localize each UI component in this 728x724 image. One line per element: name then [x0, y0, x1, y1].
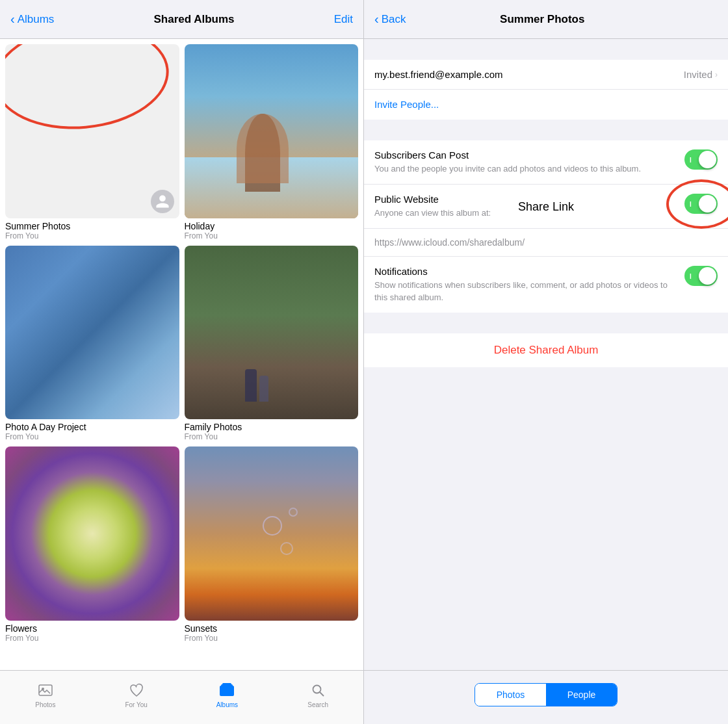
invite-people-button[interactable]: Invite People... [374, 99, 439, 110]
tab-search[interactable]: Search [272, 682, 363, 708]
avatar [151, 190, 174, 213]
subscribers-can-post-desc: You and the people you invite can add ph… [374, 163, 679, 175]
public-website-toggle-wrapper: I [684, 194, 718, 214]
album-name-sunsets: Sunsets [185, 623, 359, 634]
settings-section-gap [364, 120, 728, 140]
album-name-flowers: Flowers [5, 623, 179, 634]
album-thumb-flowers [5, 446, 179, 621]
album-label-holiday: Holiday From You [185, 221, 359, 240]
right-panel: ‹ Back Summer Photos my.best.friend@exam… [364, 0, 728, 724]
people-segment-button[interactable]: People [546, 684, 617, 706]
right-content: my.best.friend@example.com Invited › Inv… [364, 39, 728, 670]
album-sub-flowers: From You [5, 634, 179, 643]
notifications-row: Notifications Show notifications when su… [364, 257, 728, 312]
red-circle-annotation [5, 44, 173, 136]
search-tab-icon [309, 682, 326, 699]
search-tab-label: Search [307, 701, 328, 708]
chevron-left-icon: ‹ [374, 12, 379, 27]
notifications-label: Notifications [374, 266, 679, 277]
album-item-photoaday[interactable]: Photo A Day Project From You [5, 246, 179, 442]
album-sub-holiday: From You [185, 231, 359, 240]
album-label-flowers: Flowers From You [5, 623, 179, 643]
public-website-row: Public Website Anyone can view this albu… [364, 185, 728, 229]
album-item-flowers[interactable]: Flowers From You [5, 446, 179, 643]
right-bottom-bar: Photos People [364, 670, 728, 724]
shared-albums-title: Shared Albums [153, 13, 234, 26]
invited-status-label: Invited [684, 69, 712, 80]
invite-people-row[interactable]: Invite People... [364, 90, 728, 120]
photos-segment-button[interactable]: Photos [475, 684, 546, 706]
albums-back-label: Albums [18, 13, 55, 26]
album-name-photoaday: Photo A Day Project [5, 422, 179, 432]
edit-button[interactable]: Edit [334, 13, 353, 26]
photos-tab-label: Photos [35, 701, 55, 708]
top-section-gap [364, 39, 728, 60]
chevron-right-icon: › [715, 70, 718, 79]
subscribers-can-post-toggle[interactable]: I [684, 149, 718, 170]
url-text[interactable]: https://www.icloud.com/sharedalbum/ [374, 237, 525, 248]
tab-albums[interactable]: Albums [182, 682, 273, 708]
chevron-left-icon: ‹ [10, 12, 15, 27]
subscribers-can-post-content: Subscribers Can Post You and the people … [374, 149, 679, 175]
left-panel: ‹ Albums Shared Albums Edit Summer Photo… [0, 0, 364, 724]
subscribers-can-post-row: Subscribers Can Post You and the people … [364, 140, 728, 185]
url-row: https://www.icloud.com/sharedalbum/ [364, 229, 728, 257]
tab-foryou[interactable]: For You [91, 682, 182, 708]
album-thumb-summer [5, 44, 179, 218]
invited-row[interactable]: my.best.friend@example.com Invited › [364, 60, 728, 90]
segmented-control: Photos People [474, 683, 618, 706]
album-label-summer: Summer Photos From You [5, 221, 179, 240]
album-item-summer[interactable]: Summer Photos From You [5, 44, 179, 240]
notifications-content: Notifications Show notifications when su… [374, 266, 679, 303]
subscribers-can-post-label: Subscribers Can Post [374, 149, 679, 161]
invited-status: Invited › [684, 69, 718, 80]
album-name-family: Family Photos [185, 422, 359, 432]
album-sub-summer: From You [5, 231, 179, 240]
album-thumb-sunsets [185, 446, 359, 621]
share-link-overlay: Share Link [505, 194, 587, 218]
album-item-holiday[interactable]: Holiday From You [185, 44, 359, 240]
svg-rect-4 [222, 683, 231, 685]
album-label-family: Family Photos From You [185, 422, 359, 441]
settings-section: Subscribers Can Post You and the people … [364, 140, 728, 313]
invited-email: my.best.friend@example.com [374, 69, 684, 80]
album-sub-family: From You [185, 432, 359, 441]
foryou-tab-label: For You [125, 701, 147, 708]
album-thumb-family [185, 246, 359, 420]
album-sub-photoaday: From You [5, 432, 179, 441]
public-website-toggle[interactable]: I [684, 194, 718, 214]
left-tabbar: Photos For You Albums [0, 670, 363, 724]
delete-section-gap [364, 313, 728, 333]
album-thumb-holiday [185, 44, 359, 218]
svg-line-6 [320, 692, 324, 696]
person-icon [155, 194, 170, 209]
tab-photos[interactable]: Photos [0, 682, 91, 708]
notifications-toggle[interactable]: I [684, 266, 718, 286]
album-sub-sunsets: From You [185, 634, 359, 643]
album-label-sunsets: Sunsets From You [185, 623, 359, 643]
delete-album-button[interactable]: Delete Shared Album [494, 344, 599, 356]
albums-tab-icon [218, 682, 235, 699]
right-header: ‹ Back Summer Photos [364, 0, 728, 39]
album-name-holiday: Holiday [185, 221, 359, 231]
albums-back-button[interactable]: ‹ Albums [10, 12, 54, 27]
album-name-summer: Summer Photos [5, 221, 179, 231]
delete-row[interactable]: Delete Shared Album [364, 333, 728, 367]
left-header: ‹ Albums Shared Albums Edit [0, 0, 363, 39]
album-item-family[interactable]: Family Photos From You [185, 246, 359, 442]
albums-tab-label: Albums [216, 701, 238, 708]
album-label-photoaday: Photo A Day Project From You [5, 422, 179, 441]
svg-rect-2 [220, 686, 234, 696]
summer-photos-title: Summer Photos [500, 13, 584, 26]
notifications-desc: Show notifications when subscribers like… [374, 279, 679, 303]
svg-point-5 [313, 685, 321, 693]
photos-tab-icon [37, 682, 54, 699]
album-thumb-photoaday [5, 246, 179, 420]
back-button[interactable]: ‹ Back [374, 12, 406, 27]
album-item-sunsets[interactable]: Sunsets From You [185, 446, 359, 643]
back-label: Back [382, 13, 406, 26]
foryou-tab-icon [128, 682, 145, 699]
albums-grid: Summer Photos From You Holiday From You … [0, 39, 363, 670]
